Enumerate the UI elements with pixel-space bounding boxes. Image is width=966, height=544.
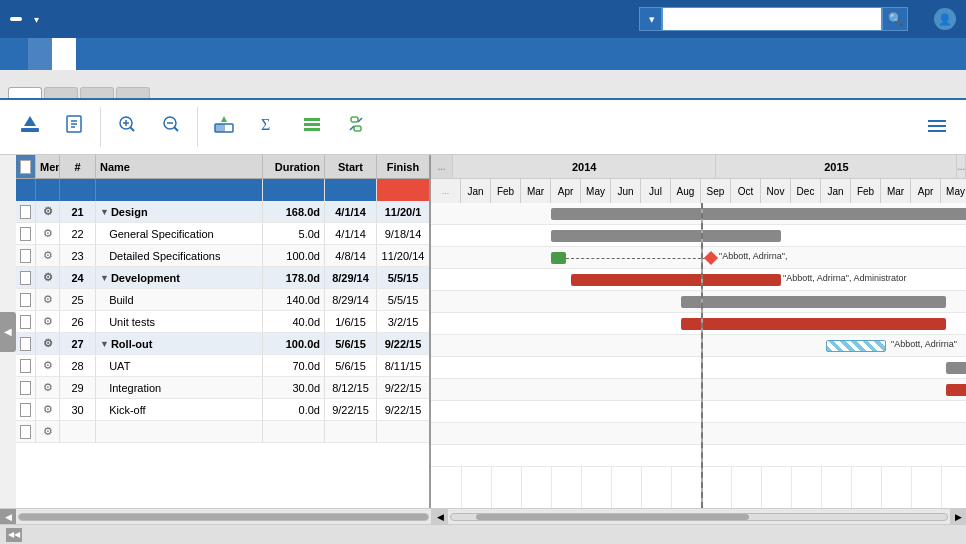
row-gear-icon[interactable]: ⚙ xyxy=(43,271,53,284)
gantt-bar[interactable] xyxy=(551,208,966,220)
row-checkbox[interactable] xyxy=(20,381,31,395)
tab-gantt[interactable] xyxy=(8,87,42,98)
nav-project-work-items[interactable] xyxy=(148,38,172,70)
tab-xml-updates[interactable] xyxy=(116,87,150,98)
row-checkbox[interactable] xyxy=(20,293,31,307)
row-gear-icon[interactable]: ⚙ xyxy=(43,315,53,328)
svg-marker-15 xyxy=(221,116,227,122)
gantt-bar[interactable] xyxy=(826,340,886,352)
svg-rect-14 xyxy=(215,124,225,132)
search-input[interactable] xyxy=(662,7,882,31)
svg-rect-0 xyxy=(21,128,39,132)
row-gear-icon[interactable]: ⚙ xyxy=(43,205,53,218)
toolbar-separator xyxy=(100,107,101,147)
gantt-header: ... 2014 2015 ... ... Jan Feb Mar Apr Ma… xyxy=(431,155,966,203)
gantt-body: "Abbott, Adrirna","Abbott, Adrirna", Adm… xyxy=(431,203,966,508)
links-button[interactable] xyxy=(334,110,378,145)
row-name: Unit tests xyxy=(96,311,263,332)
row-duration: 30.0d xyxy=(263,377,325,398)
gantt-scroll-right-button[interactable]: ▶ xyxy=(950,509,966,524)
milestone-diamond xyxy=(704,251,718,265)
row-checkbox[interactable] xyxy=(20,403,31,417)
nav-my-projects[interactable] xyxy=(4,38,28,70)
table-row: ⚙ 30 Kick-off 0.0d 9/22/15 9/22/15 xyxy=(16,399,429,421)
toolbar: Σ xyxy=(0,100,966,155)
row-duration: 178.0d xyxy=(263,267,325,288)
nav-project-dashboards[interactable] xyxy=(172,38,196,70)
dropdown-arrow-icon[interactable]: ▾ xyxy=(34,14,39,25)
zoom-out-button[interactable] xyxy=(149,110,193,145)
gantt-bar[interactable] xyxy=(551,252,566,264)
page-nav-left[interactable]: ◀◀ xyxy=(6,528,22,542)
table-row: ⚙ 21 ▼Design 168.0d 4/1/14 11/20/1 xyxy=(16,201,429,223)
row-checkbox[interactable] xyxy=(20,337,31,351)
search-button[interactable]: 🔍 xyxy=(882,7,908,31)
nav-project-plan[interactable] xyxy=(52,38,76,70)
row-gear-icon[interactable]: ⚙ xyxy=(43,249,53,262)
nav-project-center[interactable] xyxy=(28,38,52,70)
row-start: 4/8/14 xyxy=(325,245,377,266)
nav-project-costs[interactable] xyxy=(100,38,124,70)
more-button[interactable] xyxy=(916,112,958,142)
row-gear-icon[interactable]: ⚙ xyxy=(43,403,53,416)
svg-rect-24 xyxy=(928,130,946,132)
row-id: 22 xyxy=(60,223,96,244)
row-name: Detailed Specifications xyxy=(96,245,263,266)
new-task-icon xyxy=(64,114,84,139)
row-finish: 5/5/15 xyxy=(377,267,429,288)
row-checkbox[interactable] xyxy=(20,227,31,241)
row-checkbox[interactable] xyxy=(20,249,31,263)
row-gear-icon[interactable]: ⚙ xyxy=(43,381,53,394)
gantt-bar[interactable] xyxy=(681,318,946,330)
collapse-panel-button[interactable]: ◀ xyxy=(0,312,16,352)
row-gear-icon[interactable]: ⚙ xyxy=(43,293,53,306)
header-duration: Duration xyxy=(263,155,325,178)
row-checkbox[interactable] xyxy=(20,359,31,373)
row-checkbox[interactable] xyxy=(20,315,31,329)
table-row: ⚙ 26 Unit tests 40.0d 1/6/15 3/2/15 xyxy=(16,311,429,333)
row-name: Build xyxy=(96,289,263,310)
gantt-scroll-left-button[interactable]: ◀ xyxy=(432,509,448,524)
gantt-scroll-track[interactable] xyxy=(448,509,950,524)
row-name: General Specification xyxy=(96,223,263,244)
bar-label: "Abbott, Adrirna" xyxy=(891,339,957,349)
row-id: 26 xyxy=(60,311,96,332)
new-task-button[interactable] xyxy=(52,110,96,145)
row-checkbox[interactable] xyxy=(20,205,31,219)
publish-button[interactable] xyxy=(8,110,52,145)
gantt-bar[interactable] xyxy=(681,296,946,308)
links-icon xyxy=(346,114,366,139)
gantt-bar[interactable] xyxy=(946,362,966,374)
nav-project-resources[interactable] xyxy=(76,38,100,70)
search-filter-dropdown[interactable]: ▾ xyxy=(639,7,662,31)
nav-project-settings[interactable] xyxy=(196,38,220,70)
bar-label: "Abbott, Adrirna", xyxy=(719,251,787,261)
nav-project-tracking[interactable] xyxy=(124,38,148,70)
gantt-bar[interactable] xyxy=(571,274,781,286)
header-checkbox[interactable] xyxy=(16,155,36,178)
row-gear-icon[interactable]: ⚙ xyxy=(43,359,53,372)
more-icon xyxy=(926,116,948,138)
row-gear-icon[interactable]: ⚙ xyxy=(43,337,53,350)
gantt-bar[interactable] xyxy=(551,230,781,242)
row-id: 25 xyxy=(60,289,96,310)
project-start xyxy=(325,179,377,201)
zoom-out-icon xyxy=(161,114,181,139)
row-finish: 11/20/1 xyxy=(377,201,429,222)
tab-task-details[interactable] xyxy=(44,87,78,98)
zoom-in-button[interactable] xyxy=(105,110,149,145)
row-gear-icon[interactable]: ⚙ xyxy=(43,227,53,240)
scroll-left-button[interactable]: ◀ xyxy=(0,509,16,524)
row-name: ▼Development xyxy=(96,267,263,288)
row-checkbox[interactable] xyxy=(20,271,31,285)
svg-line-7 xyxy=(131,127,135,131)
left-scroll-track[interactable] xyxy=(16,509,431,524)
row-duration: 40.0d xyxy=(263,311,325,332)
row-id: 24 xyxy=(60,267,96,288)
summarize-button[interactable]: Σ xyxy=(246,110,290,145)
row-start: 4/1/14 xyxy=(325,201,377,222)
tab-network[interactable] xyxy=(80,87,114,98)
gantt-bar[interactable] xyxy=(946,384,966,396)
update-progress-button[interactable] xyxy=(202,110,246,145)
tasks-button[interactable] xyxy=(290,110,334,145)
